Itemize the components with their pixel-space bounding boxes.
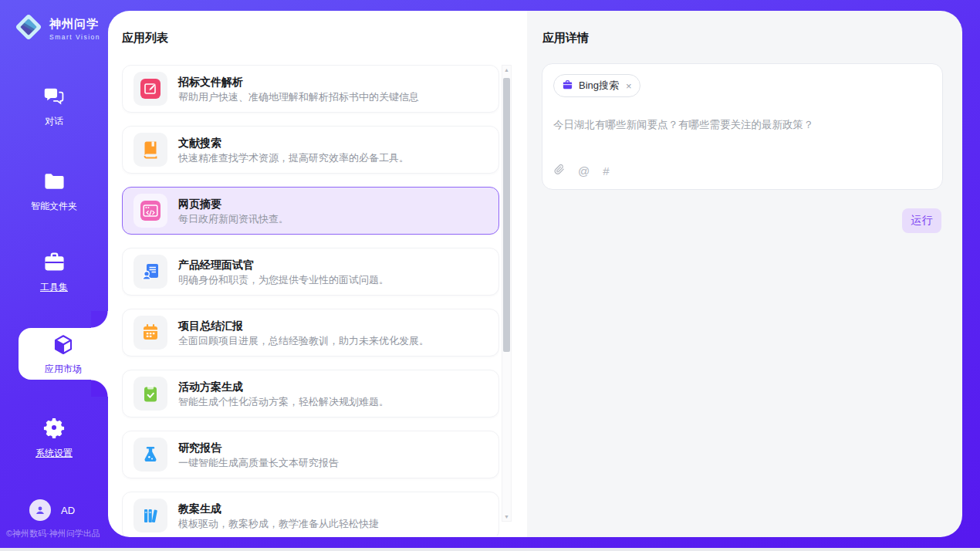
- book-icon: [133, 133, 167, 167]
- calendar-icon: [133, 316, 167, 350]
- app-card[interactable]: 招标文件解析 帮助用户快速、准确地理解和解析招标书中的关键信息: [122, 65, 499, 113]
- app-card-desc: 一键智能生成高质量长文本研究报告: [178, 458, 339, 468]
- app-card-desc: 模板驱动，教案秒成，教学准备从此轻松快捷: [178, 519, 379, 529]
- prompt-text[interactable]: 今日湖北有哪些新闻要点？有哪些需要关注的最新政策？: [553, 118, 931, 132]
- sidebar-footer: ©神州数码·神州问学出品: [6, 528, 100, 539]
- app-card-title: 活动方案生成: [178, 381, 389, 392]
- sidebar-item-label: 系统设置: [0, 447, 108, 460]
- gear-icon: [43, 428, 65, 441]
- brand-subtitle: Smart Vision: [49, 33, 100, 41]
- scroll-down-icon[interactable]: ▼: [502, 514, 511, 519]
- sidebar-item-smart-folder[interactable]: 智能文件夹: [0, 171, 108, 213]
- books-icon: [133, 499, 167, 532]
- app-card[interactable]: 网页摘要 每日政府新闻资讯快查。: [122, 187, 499, 235]
- prompt-input-card[interactable]: Bing搜索 × 今日湖北有哪些新闻要点？有哪些需要关注的最新政策？ @ #: [542, 63, 943, 190]
- chat-icon: [43, 96, 65, 109]
- scrollbar-thumb[interactable]: [503, 78, 510, 352]
- app-card-desc: 智能生成个性化活动方案，轻松解决规划难题。: [178, 397, 389, 407]
- folder-icon: [43, 181, 66, 194]
- main-content: 应用列表 招标文件解析 帮助用户快速、准确地理解和解析招标书中的关键信息 文献搜…: [108, 11, 962, 537]
- app-card-title: 研究报告: [178, 442, 339, 453]
- sidebar-item-label: 对话: [0, 115, 108, 128]
- user-account[interactable]: AD: [29, 499, 75, 521]
- sidebar-item-toolset[interactable]: 工具集: [0, 252, 108, 294]
- app-card[interactable]: 活动方案生成 智能生成个性化活动方案，轻松解决规划难题。: [122, 370, 499, 417]
- person-icon: [34, 504, 46, 516]
- tool-chip-label: Bing搜索: [579, 79, 619, 93]
- avatar[interactable]: [29, 499, 51, 521]
- sidebar-item-label: 应用市场: [19, 363, 108, 376]
- app-card[interactable]: 教案生成 模板驱动，教案秒成，教学准备从此轻松快捷: [122, 492, 499, 536]
- brand-name: 神州问学: [49, 17, 99, 30]
- tool-chip-bing-search[interactable]: Bing搜索 ×: [553, 74, 640, 97]
- sidebar-item-label: 工具集: [0, 281, 108, 294]
- user-name: AD: [61, 505, 75, 516]
- app-card-desc: 每日政府新闻资讯快查。: [178, 214, 289, 224]
- mention-icon[interactable]: @: [578, 164, 590, 177]
- app-card-desc: 帮助用户快速、准确地理解和解析招标书中的关键信息: [178, 92, 419, 102]
- run-button[interactable]: 运行: [902, 208, 941, 233]
- app-card-title: 项目总结汇报: [178, 320, 429, 331]
- chip-close-icon[interactable]: ×: [626, 80, 632, 92]
- app-card-title: 产品经理面试官: [178, 259, 389, 270]
- app-detail-title: 应用详情: [542, 31, 589, 46]
- window-code-icon: [133, 194, 167, 228]
- flask-icon: [133, 438, 167, 472]
- app-card-title: 教案生成: [178, 503, 379, 514]
- sidebar-item-chat[interactable]: 对话: [0, 85, 108, 128]
- sidebar-item-settings[interactable]: 系统设置: [0, 417, 108, 460]
- app-card[interactable]: 产品经理面试官 明确身份和职责，为您提供专业性的面试问题。: [122, 248, 499, 296]
- app-card-desc: 全面回顾项目进展，总结经验教训，助力未来优化发展。: [178, 336, 429, 346]
- app-list: 招标文件解析 帮助用户快速、准确地理解和解析招标书中的关键信息 文献搜索 快速精…: [122, 65, 499, 536]
- attachment-toolbar: @ #: [554, 163, 610, 179]
- app-detail-panel: 应用详情 Bing搜索 × 今日湖北有哪些新闻要点？有哪些需要关注的最新政策？: [527, 11, 962, 537]
- app-card[interactable]: 研究报告 一键智能生成高质量长文本研究报告: [122, 431, 499, 478]
- pencil-square-icon: [133, 72, 167, 106]
- hash-icon[interactable]: #: [603, 164, 609, 177]
- app-card-title: 招标文件解析: [178, 76, 419, 87]
- app-list-title: 应用列表: [122, 31, 168, 46]
- app-list-panel: 应用列表 招标文件解析 帮助用户快速、准确地理解和解析招标书中的关键信息 文献搜…: [108, 11, 527, 537]
- paperclip-icon[interactable]: [554, 163, 565, 179]
- briefcase-icon: [562, 79, 573, 93]
- sidebar-item-app-market[interactable]: 应用市场: [19, 328, 108, 380]
- cube-icon: [52, 346, 75, 359]
- app-card[interactable]: 文献搜索 快速精准查找学术资源，提高研究效率的必备工具。: [122, 126, 499, 174]
- sidebar-item-label: 智能文件夹: [0, 200, 108, 213]
- toolbox-icon: [43, 262, 66, 275]
- app-card-title: 文献搜索: [178, 137, 409, 148]
- clipboard-check-icon: [133, 377, 167, 411]
- app-card-desc: 明确身份和职责，为您提供专业性的面试问题。: [178, 275, 389, 285]
- app-list-scrollbar[interactable]: ▲ ▼: [502, 65, 512, 522]
- bottom-strip: [0, 548, 980, 551]
- app-card[interactable]: 项目总结汇报 全面回顾项目进展，总结经验教训，助力未来优化发展。: [122, 309, 499, 357]
- interviewer-icon: [133, 255, 167, 289]
- app-card-desc: 快速精准查找学术资源，提高研究效率的必备工具。: [178, 153, 409, 163]
- brand: 神州问学 Smart Vision: [14, 12, 100, 45]
- app-card-title: 网页摘要: [178, 198, 289, 209]
- brand-logo-icon: [14, 12, 43, 45]
- scroll-up-icon[interactable]: ▲: [502, 67, 511, 73]
- sidebar: 神州问学 Smart Vision 对话 智能文件夹 工具集: [0, 0, 108, 548]
